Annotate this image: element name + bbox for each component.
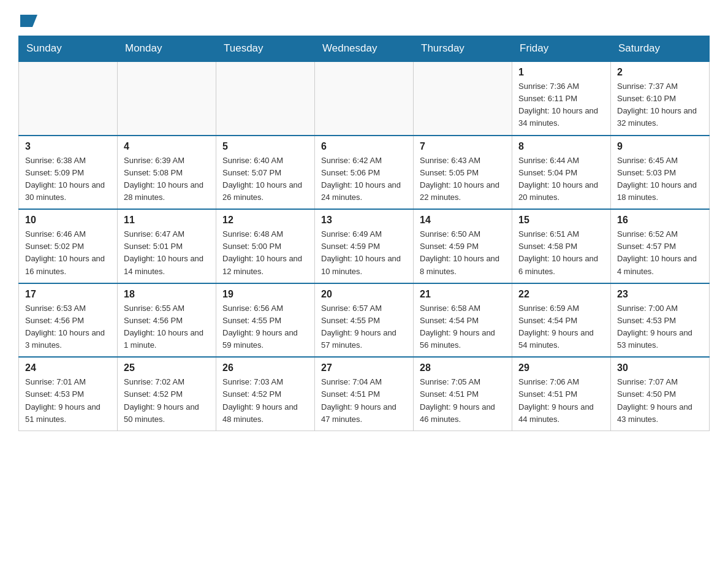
day-number: 6 — [321, 141, 407, 152]
day-number: 1 — [518, 67, 604, 78]
day-info: Sunrise: 6:39 AMSunset: 5:08 PMDaylight:… — [124, 155, 210, 204]
day-info: Sunrise: 7:03 AMSunset: 4:52 PMDaylight:… — [222, 376, 308, 426]
day-info: Sunrise: 7:00 AMSunset: 4:53 PMDaylight:… — [617, 302, 703, 352]
calendar-cell: 9Sunrise: 6:45 AMSunset: 5:03 PMDaylight… — [611, 136, 710, 210]
weekday-header-tuesday: Tuesday — [216, 36, 315, 62]
day-number: 11 — [124, 215, 210, 226]
logo — [18, 12, 40, 29]
day-number: 30 — [617, 362, 703, 373]
day-info: Sunrise: 7:04 AMSunset: 4:51 PMDaylight:… — [321, 376, 407, 426]
page-header — [18, 12, 710, 29]
day-info: Sunrise: 7:01 AMSunset: 4:53 PMDaylight:… — [25, 376, 111, 426]
day-number: 7 — [420, 141, 506, 152]
svg-rect-0 — [20, 15, 32, 27]
day-number: 15 — [518, 215, 604, 226]
day-number: 17 — [25, 289, 111, 300]
day-number: 24 — [25, 362, 111, 373]
day-info: Sunrise: 6:51 AMSunset: 4:58 PMDaylight:… — [518, 228, 604, 278]
calendar-cell: 11Sunrise: 6:47 AMSunset: 5:01 PMDayligh… — [118, 209, 216, 283]
day-info: Sunrise: 6:42 AMSunset: 5:06 PMDaylight:… — [321, 155, 407, 204]
week-row-1: 1Sunrise: 7:36 AMSunset: 6:11 PMDaylight… — [19, 61, 710, 136]
week-row-2: 3Sunrise: 6:38 AMSunset: 5:09 PMDaylight… — [19, 136, 710, 210]
calendar-cell: 6Sunrise: 6:42 AMSunset: 5:06 PMDaylight… — [315, 136, 414, 210]
day-info: Sunrise: 7:05 AMSunset: 4:51 PMDaylight:… — [420, 376, 506, 426]
day-info: Sunrise: 7:07 AMSunset: 4:50 PMDaylight:… — [617, 376, 703, 426]
day-info: Sunrise: 6:57 AMSunset: 4:55 PMDaylight:… — [321, 302, 407, 352]
calendar-cell: 5Sunrise: 6:40 AMSunset: 5:07 PMDaylight… — [216, 136, 315, 210]
calendar-cell: 20Sunrise: 6:57 AMSunset: 4:55 PMDayligh… — [315, 283, 414, 358]
logo-icon — [20, 12, 37, 29]
day-number: 19 — [222, 289, 308, 300]
day-number: 22 — [518, 289, 604, 300]
weekday-header-wednesday: Wednesday — [315, 36, 414, 62]
calendar-cell — [216, 61, 315, 136]
calendar-cell — [19, 61, 118, 136]
calendar-cell: 19Sunrise: 6:56 AMSunset: 4:55 PMDayligh… — [216, 283, 315, 358]
day-info: Sunrise: 6:50 AMSunset: 4:59 PMDaylight:… — [420, 228, 506, 278]
calendar-cell: 7Sunrise: 6:43 AMSunset: 5:05 PMDaylight… — [414, 136, 512, 210]
calendar-cell — [414, 61, 512, 136]
day-number: 26 — [222, 362, 308, 373]
calendar-cell: 12Sunrise: 6:48 AMSunset: 5:00 PMDayligh… — [216, 209, 315, 283]
week-row-3: 10Sunrise: 6:46 AMSunset: 5:02 PMDayligh… — [19, 209, 710, 283]
calendar-cell: 3Sunrise: 6:38 AMSunset: 5:09 PMDaylight… — [19, 136, 118, 210]
calendar-cell: 14Sunrise: 6:50 AMSunset: 4:59 PMDayligh… — [414, 209, 512, 283]
calendar-cell: 22Sunrise: 6:59 AMSunset: 4:54 PMDayligh… — [512, 283, 611, 358]
day-info: Sunrise: 7:06 AMSunset: 4:51 PMDaylight:… — [518, 376, 604, 426]
day-number: 4 — [124, 141, 210, 152]
week-row-5: 24Sunrise: 7:01 AMSunset: 4:53 PMDayligh… — [19, 357, 710, 431]
calendar-cell: 26Sunrise: 7:03 AMSunset: 4:52 PMDayligh… — [216, 357, 315, 431]
day-info: Sunrise: 6:56 AMSunset: 4:55 PMDaylight:… — [222, 302, 308, 352]
calendar-cell: 24Sunrise: 7:01 AMSunset: 4:53 PMDayligh… — [19, 357, 118, 431]
calendar-cell: 1Sunrise: 7:36 AMSunset: 6:11 PMDaylight… — [512, 61, 611, 136]
day-number: 27 — [321, 362, 407, 373]
day-info: Sunrise: 6:44 AMSunset: 5:04 PMDaylight:… — [518, 155, 604, 204]
day-number: 13 — [321, 215, 407, 226]
day-info: Sunrise: 6:40 AMSunset: 5:07 PMDaylight:… — [222, 155, 308, 204]
calendar-cell: 4Sunrise: 6:39 AMSunset: 5:08 PMDaylight… — [118, 136, 216, 210]
day-info: Sunrise: 6:58 AMSunset: 4:54 PMDaylight:… — [420, 302, 506, 352]
week-row-4: 17Sunrise: 6:53 AMSunset: 4:56 PMDayligh… — [19, 283, 710, 358]
weekday-header-monday: Monday — [118, 36, 216, 62]
weekday-header-saturday: Saturday — [611, 36, 710, 62]
day-info: Sunrise: 7:02 AMSunset: 4:52 PMDaylight:… — [124, 376, 210, 426]
day-info: Sunrise: 6:47 AMSunset: 5:01 PMDaylight:… — [124, 228, 210, 278]
day-info: Sunrise: 6:46 AMSunset: 5:02 PMDaylight:… — [25, 228, 111, 278]
day-number: 9 — [617, 141, 703, 152]
calendar-cell: 25Sunrise: 7:02 AMSunset: 4:52 PMDayligh… — [118, 357, 216, 431]
calendar-cell: 23Sunrise: 7:00 AMSunset: 4:53 PMDayligh… — [611, 283, 710, 358]
day-info: Sunrise: 6:49 AMSunset: 4:59 PMDaylight:… — [321, 228, 407, 278]
calendar-cell: 27Sunrise: 7:04 AMSunset: 4:51 PMDayligh… — [315, 357, 414, 431]
day-number: 21 — [420, 289, 506, 300]
calendar-cell — [315, 61, 414, 136]
calendar-cell: 10Sunrise: 6:46 AMSunset: 5:02 PMDayligh… — [19, 209, 118, 283]
day-info: Sunrise: 7:37 AMSunset: 6:10 PMDaylight:… — [617, 80, 703, 130]
calendar-table: SundayMondayTuesdayWednesdayThursdayFrid… — [18, 36, 710, 431]
calendar-cell: 16Sunrise: 6:52 AMSunset: 4:57 PMDayligh… — [611, 209, 710, 283]
day-number: 8 — [518, 141, 604, 152]
day-number: 18 — [124, 289, 210, 300]
day-info: Sunrise: 6:38 AMSunset: 5:09 PMDaylight:… — [25, 155, 111, 204]
day-info: Sunrise: 7:36 AMSunset: 6:11 PMDaylight:… — [518, 80, 604, 130]
day-number: 23 — [617, 289, 703, 300]
calendar-cell: 18Sunrise: 6:55 AMSunset: 4:56 PMDayligh… — [118, 283, 216, 358]
calendar-header-row: SundayMondayTuesdayWednesdayThursdayFrid… — [19, 36, 710, 62]
calendar-cell: 2Sunrise: 7:37 AMSunset: 6:10 PMDaylight… — [611, 61, 710, 136]
day-number: 28 — [420, 362, 506, 373]
day-number: 10 — [25, 215, 111, 226]
day-number: 14 — [420, 215, 506, 226]
day-info: Sunrise: 6:52 AMSunset: 4:57 PMDaylight:… — [617, 228, 703, 278]
day-info: Sunrise: 6:45 AMSunset: 5:03 PMDaylight:… — [617, 155, 703, 204]
day-number: 3 — [25, 141, 111, 152]
calendar-cell: 8Sunrise: 6:44 AMSunset: 5:04 PMDaylight… — [512, 136, 611, 210]
weekday-header-thursday: Thursday — [414, 36, 512, 62]
day-info: Sunrise: 6:59 AMSunset: 4:54 PMDaylight:… — [518, 302, 604, 352]
day-info: Sunrise: 6:53 AMSunset: 4:56 PMDaylight:… — [25, 302, 111, 352]
calendar-cell: 17Sunrise: 6:53 AMSunset: 4:56 PMDayligh… — [19, 283, 118, 358]
calendar-cell — [118, 61, 216, 136]
calendar-cell: 15Sunrise: 6:51 AMSunset: 4:58 PMDayligh… — [512, 209, 611, 283]
day-number: 16 — [617, 215, 703, 226]
calendar-cell: 28Sunrise: 7:05 AMSunset: 4:51 PMDayligh… — [414, 357, 512, 431]
day-number: 2 — [617, 67, 703, 78]
day-number: 5 — [222, 141, 308, 152]
